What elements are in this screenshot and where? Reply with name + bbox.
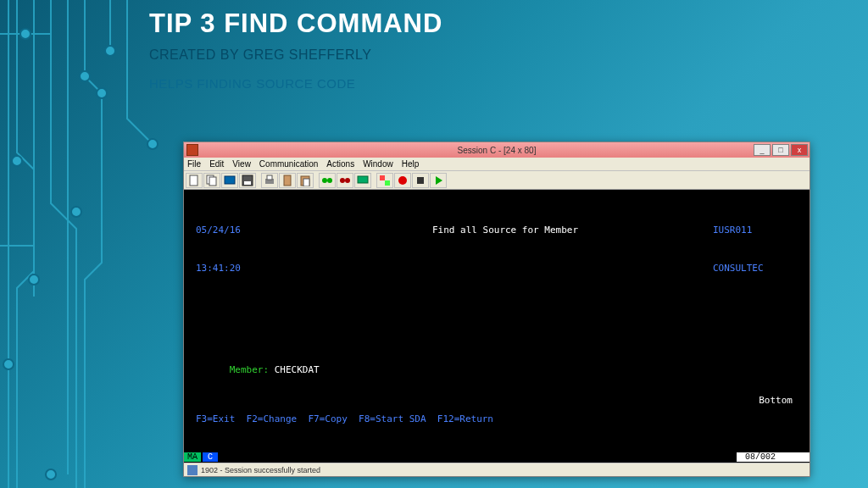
toolbar-btn-12[interactable]	[394, 173, 411, 188]
toolbar-btn-5[interactable]	[261, 173, 278, 188]
status-line: MA C 08/002	[184, 451, 810, 463]
print-icon	[264, 175, 275, 186]
record-icon	[397, 175, 409, 186]
svg-rect-20	[303, 179, 309, 186]
svg-point-24	[345, 178, 350, 183]
svg-point-0	[12, 156, 22, 166]
maximize-button[interactable]: □	[772, 144, 789, 156]
svg-point-7	[3, 359, 14, 369]
screen-time: 13:41:20	[196, 262, 298, 274]
color-icon	[379, 175, 391, 186]
menu-edit[interactable]: Edit	[209, 159, 224, 169]
member-label: Member:	[230, 364, 269, 375]
paste-icon	[299, 175, 311, 186]
menu-communication[interactable]: Communication	[259, 159, 318, 169]
toolbar-btn-1[interactable]	[186, 173, 203, 188]
toolbar-btn-4[interactable]	[239, 173, 256, 188]
footer-bar: 1902 - Session successfully started	[184, 463, 810, 476]
menu-actions[interactable]: Actions	[326, 159, 354, 169]
slide-title: TIP 3 FIND COMMAND	[149, 8, 442, 39]
svg-rect-17	[267, 175, 272, 180]
screen-user: IUSR011	[713, 224, 798, 236]
svg-point-23	[340, 178, 345, 183]
svg-point-8	[80, 71, 90, 81]
svg-point-4	[105, 46, 115, 56]
svg-rect-12	[209, 177, 216, 186]
cursor-position: 08/002	[737, 452, 810, 462]
svg-rect-15	[244, 181, 251, 185]
footer-icon	[187, 465, 198, 475]
function-keys: F3=Exit F2=Change F7=Copy F8=Start SDA F…	[196, 413, 493, 425]
play-icon	[432, 175, 444, 186]
toolbar-btn-6[interactable]	[279, 173, 296, 188]
window-titlebar[interactable]: Session C - [24 x 80] _ □ x	[184, 142, 810, 158]
close-button[interactable]: x	[791, 144, 808, 156]
screen-icon	[224, 175, 236, 186]
svg-rect-18	[284, 175, 291, 186]
toolbar-btn-14[interactable]	[430, 173, 447, 188]
screen-title: Find all Source for Member	[298, 224, 713, 236]
display-icon	[357, 175, 369, 186]
menu-file[interactable]: File	[187, 159, 201, 169]
pager-bottom: Bottom	[759, 394, 793, 407]
minimize-button[interactable]: _	[754, 144, 771, 156]
svg-point-9	[20, 29, 31, 39]
svg-rect-26	[380, 175, 385, 180]
svg-rect-13	[225, 176, 235, 184]
connect-icon	[321, 175, 333, 186]
svg-marker-30	[436, 176, 442, 185]
menu-view[interactable]: View	[232, 159, 251, 169]
svg-rect-27	[385, 180, 390, 186]
svg-point-2	[71, 207, 81, 217]
menu-window[interactable]: Window	[363, 159, 393, 169]
disconnect-icon	[339, 175, 351, 186]
screen-date: 05/24/16	[196, 224, 298, 236]
clipboard-icon	[281, 175, 293, 186]
menu-help[interactable]: Help	[402, 159, 420, 169]
toolbar-btn-13[interactable]	[412, 173, 429, 188]
window-title: Session C - [24 x 80]	[458, 146, 537, 155]
svg-point-6	[46, 469, 56, 480]
disk-icon	[242, 175, 253, 186]
toolbar	[184, 171, 810, 190]
toolbar-btn-9[interactable]	[337, 173, 353, 188]
svg-point-1	[29, 274, 39, 285]
terminal-window: Session C - [24 x 80] _ □ x File Edit Vi…	[183, 141, 810, 477]
status-c: C	[203, 452, 218, 462]
svg-rect-25	[358, 176, 368, 183]
slide-author: CREATED BY GREG SHEFFERLY	[149, 47, 371, 63]
toolbar-btn-8[interactable]	[319, 173, 336, 188]
svg-point-5	[147, 139, 158, 149]
menu-bar: File Edit View Communication Actions Win…	[184, 158, 810, 171]
svg-point-28	[398, 176, 407, 185]
svg-point-21	[322, 178, 327, 183]
stop-icon	[415, 175, 426, 186]
slide-subtitle: HELPS FINDING SOURCE CODE	[149, 76, 355, 91]
toolbar-btn-3[interactable]	[221, 173, 238, 188]
svg-point-3	[97, 88, 107, 98]
app-icon	[186, 144, 198, 156]
svg-rect-10	[190, 175, 198, 186]
status-ma: MA	[184, 452, 201, 462]
copy-icon	[206, 175, 218, 186]
svg-rect-29	[417, 177, 424, 184]
footer-status: 1902 - Session successfully started	[201, 466, 320, 474]
screen-system: CONSULTEC	[713, 262, 798, 274]
toolbar-btn-2[interactable]	[203, 173, 220, 188]
terminal-screen[interactable]: 05/24/16 Find all Source for Member IUSR…	[184, 190, 810, 451]
toolbar-btn-11[interactable]	[376, 173, 393, 188]
member-value: CHECKDAT	[275, 364, 320, 375]
svg-point-22	[327, 178, 332, 183]
toolbar-btn-7[interactable]	[297, 173, 314, 188]
toolbar-btn-10[interactable]	[354, 173, 371, 188]
page-icon	[188, 175, 200, 186]
